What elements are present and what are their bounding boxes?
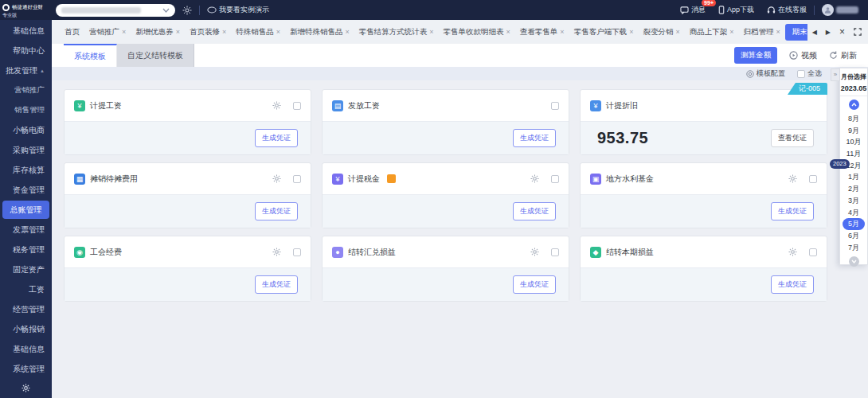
month-option[interactable]: 9月	[840, 125, 867, 137]
tab-item[interactable]: 期末结转×	[785, 24, 807, 41]
month-option[interactable]: 5月	[843, 218, 865, 230]
template-subtab[interactable]: 系统模板	[64, 44, 117, 67]
generate-voucher-button[interactable]: 生成凭证	[771, 275, 814, 294]
calculate-amount-button[interactable]: 测算金额	[734, 47, 777, 64]
tab-item[interactable]: 营销推广×	[84, 25, 131, 40]
card-settings-button[interactable]	[530, 248, 539, 256]
close-tab-icon[interactable]: ×	[222, 28, 226, 36]
tab-item[interactable]: 首页装修×	[185, 25, 231, 40]
card-checkbox[interactable]	[551, 175, 559, 183]
app-download-button[interactable]: App下载	[718, 5, 754, 15]
generate-voucher-button[interactable]: 生成凭证	[255, 275, 298, 294]
sidebar-item[interactable]: 税务管理	[0, 240, 52, 259]
card-settings-button[interactable]	[272, 248, 281, 256]
generate-voucher-button[interactable]: 生成凭证	[771, 202, 814, 220]
sidebar-item[interactable]: 销售管理	[0, 100, 52, 120]
close-tab-icon[interactable]: ×	[122, 28, 126, 36]
card-settings-button[interactable]	[788, 174, 797, 183]
sidebar-item[interactable]: 固定资产	[0, 259, 52, 279]
sidebar-item[interactable]: 系统管理	[0, 359, 52, 379]
sidebar-settings-button[interactable]	[0, 381, 52, 396]
generate-voucher-button[interactable]: 生成凭证	[513, 129, 556, 147]
generate-voucher-button[interactable]: 生成凭证	[255, 129, 298, 147]
card-settings-button[interactable]	[272, 101, 281, 110]
fullscreen-icon[interactable]	[854, 28, 862, 36]
select-all-toggle[interactable]: 全选	[797, 68, 822, 79]
sidebar-item[interactable]: 工资	[0, 279, 52, 299]
sidebar-item[interactable]: 小畅电商	[0, 120, 52, 140]
scroll-months-up-button[interactable]	[849, 100, 859, 110]
card-checkbox[interactable]	[551, 102, 559, 110]
card-checkbox[interactable]	[809, 248, 817, 256]
select-all-checkbox[interactable]	[797, 70, 805, 78]
tab-item[interactable]: 特殊销售品×	[231, 25, 285, 40]
close-tab-icon[interactable]: ×	[675, 28, 679, 36]
tab-item[interactable]: 查看零售单×	[515, 25, 569, 40]
refresh-button[interactable]: 刷新	[829, 50, 857, 61]
sidebar-item[interactable]: 资金管理	[0, 180, 52, 200]
close-all-tabs-icon[interactable]: ×	[839, 26, 845, 37]
tab-item[interactable]: 零售结算方式统计表×	[354, 25, 439, 40]
month-option[interactable]: 1月	[840, 171, 867, 183]
close-tab-icon[interactable]: ×	[776, 28, 780, 36]
scroll-tabs-right-icon[interactable]: ▶	[826, 29, 831, 36]
scroll-months-down-button[interactable]	[849, 256, 859, 267]
sidebar-item[interactable]: 基础信息	[0, 21, 52, 41]
scroll-tabs-left-icon[interactable]: ◀	[812, 29, 817, 36]
close-tab-icon[interactable]: ×	[629, 28, 633, 36]
month-option[interactable]: 2月	[840, 183, 867, 195]
card-settings-button[interactable]	[788, 248, 797, 256]
online-support-button[interactable]: 在线客服	[767, 5, 807, 15]
sidebar-item[interactable]: 小畅报销	[0, 319, 52, 339]
sidebar-item[interactable]: 采购管理	[0, 140, 52, 160]
sidebar-item[interactable]: 基础信息	[0, 339, 52, 359]
generate-voucher-button[interactable]: 生成凭证	[513, 202, 556, 220]
tab-item[interactable]: 商品上下架×	[685, 25, 739, 40]
view-voucher-button[interactable]: 查看凭证	[771, 129, 814, 147]
template-subtab[interactable]: 自定义结转模板	[117, 44, 194, 67]
collapse-panel-button[interactable]: »	[831, 68, 840, 81]
sidebar-item[interactable]: 经营管理	[0, 299, 52, 319]
template-config-button[interactable]: 模板配置	[746, 68, 785, 79]
month-option[interactable]: 11月	[840, 148, 867, 160]
tab-item[interactable]: 归档管理×	[738, 25, 784, 40]
messages-button[interactable]: 消息 99+	[680, 5, 706, 15]
sidebar-item[interactable]: 发票管理	[0, 220, 52, 240]
card-settings-button[interactable]	[272, 174, 281, 183]
user-account[interactable]	[822, 4, 858, 16]
close-tab-icon[interactable]: ×	[729, 28, 733, 36]
month-option[interactable]: 6月	[840, 230, 867, 242]
generate-voucher-button[interactable]: 生成凭证	[513, 275, 556, 294]
chevron-down-icon[interactable]	[162, 8, 170, 13]
settings-gear-icon[interactable]	[182, 6, 192, 15]
tab-item[interactable]: 新增优惠券×	[131, 25, 185, 40]
close-tab-icon[interactable]: ×	[176, 28, 180, 36]
card-checkbox[interactable]	[551, 248, 559, 256]
sidebar-item[interactable]: 总账管理	[2, 201, 49, 219]
sidebar-item[interactable]: 批发管理▲	[0, 60, 52, 80]
card-checkbox[interactable]	[293, 102, 301, 110]
demo-link[interactable]: 我要看实例演示	[207, 5, 269, 15]
month-option[interactable]: 3月	[840, 195, 867, 207]
month-option[interactable]: 7月	[840, 242, 867, 254]
tab-item[interactable]: 首页	[60, 25, 84, 40]
close-tab-icon[interactable]: ×	[429, 28, 433, 36]
tab-item[interactable]: 裂变分销×	[638, 25, 684, 40]
sidebar-item[interactable]: 库存核算	[0, 160, 52, 180]
card-checkbox[interactable]	[293, 175, 301, 183]
card-checkbox[interactable]	[809, 175, 817, 183]
sidebar-item[interactable]: 营销推广	[0, 80, 52, 100]
close-tab-icon[interactable]: ×	[346, 28, 350, 36]
card-settings-button[interactable]	[530, 174, 539, 183]
tab-item[interactable]: 零售客户端下载×	[569, 25, 639, 40]
month-option[interactable]: 8月	[840, 113, 867, 125]
tab-item[interactable]: 零售单收款明细表×	[439, 25, 515, 40]
close-tab-icon[interactable]: ×	[276, 28, 280, 36]
sidebar-item[interactable]: 帮助中心	[0, 41, 52, 60]
close-tab-icon[interactable]: ×	[560, 28, 564, 36]
close-tab-icon[interactable]: ×	[506, 28, 510, 36]
video-button[interactable]: 视频	[789, 50, 817, 61]
search-input[interactable]	[56, 4, 175, 17]
card-checkbox[interactable]	[293, 248, 301, 256]
month-option[interactable]: 4月	[840, 207, 867, 219]
